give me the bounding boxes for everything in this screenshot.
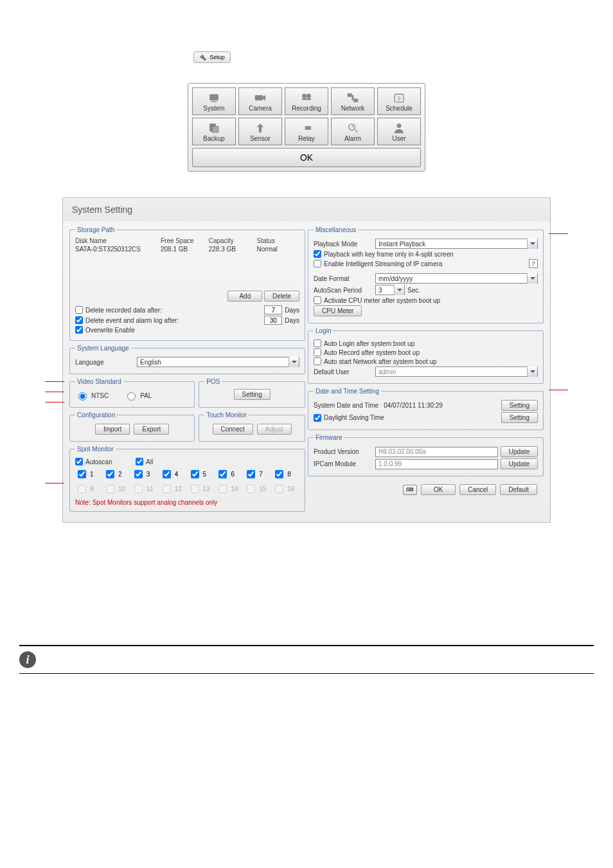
spot-2[interactable]: 2: [103, 468, 130, 480]
spot-all-checkbox[interactable]: All: [136, 458, 153, 466]
system-date-time-label: System Date and Time: [314, 402, 378, 409]
spot-12: 12: [160, 483, 187, 495]
language-label: Language: [75, 359, 134, 366]
date-format-label: Date Format: [314, 275, 373, 282]
date-time-group: Date and Time Setting System Date and Ti…: [308, 388, 544, 430]
user-icon: [391, 121, 407, 135]
default-button[interactable]: Default: [500, 484, 537, 495]
menu-user[interactable]: User: [377, 118, 421, 145]
recording-icon: [298, 91, 315, 105]
menu-sensor[interactable]: Sensor: [238, 118, 282, 145]
window-title: System Setting: [63, 198, 550, 221]
svg-rect-7: [353, 98, 358, 102]
import-button[interactable]: Import: [95, 424, 130, 435]
delete-event-days-input[interactable]: [264, 316, 282, 325]
svg-rect-6: [348, 93, 352, 97]
configuration-group: Configuration Import Export: [69, 411, 195, 442]
default-user-combo[interactable]: admin: [375, 366, 538, 377]
spot-14: 14: [216, 483, 243, 495]
ok-button[interactable]: OK: [421, 484, 456, 495]
group-legend: Touch Monitor: [204, 411, 249, 419]
delete-recorded-days-input[interactable]: [264, 305, 282, 314]
svg-text:9: 9: [398, 96, 401, 102]
spot-1[interactable]: 1: [75, 468, 102, 480]
video-standard-group: Video Standard NTSC PAL: [69, 378, 195, 408]
dst-setting-button[interactable]: Setting: [501, 412, 538, 423]
autoscan-checkbox[interactable]: Autoscan: [75, 458, 133, 466]
system-setting-window: System Setting Storage Path Disk Name Fr…: [62, 197, 551, 523]
pal-radio[interactable]: PAL: [124, 390, 152, 401]
system-date-time-value: 04/07/2011 11:30:29: [381, 402, 499, 409]
auto-network-checkbox[interactable]: Auto start Network after system boot up: [314, 357, 437, 365]
menu-label: Schedule: [386, 105, 413, 112]
menu-relay[interactable]: Relay: [285, 118, 328, 145]
touch-monitor-group: Touch Monitor Connect Adjust: [199, 411, 305, 442]
menu-label: User: [392, 135, 405, 142]
delete-recorded-checkbox[interactable]: Delete recorded data after:: [75, 306, 162, 314]
add-button[interactable]: Add: [227, 291, 262, 302]
dst-checkbox[interactable]: Daylight Saving Time: [314, 414, 384, 422]
menu-backup[interactable]: Backup: [192, 118, 236, 145]
product-update-button[interactable]: Update: [501, 446, 538, 457]
menu-alarm[interactable]: Alarm: [331, 118, 375, 145]
menu-camera[interactable]: Camera: [238, 87, 282, 115]
language-combo[interactable]: English: [137, 357, 299, 367]
cancel-button[interactable]: Cancel: [459, 484, 496, 495]
intelligent-checkbox[interactable]: Enable Intelligent Streaming of IP camer…: [314, 260, 442, 267]
autoscan-period-combo[interactable]: 3: [375, 285, 405, 295]
delete-button[interactable]: Delete: [264, 291, 299, 302]
cpu-activate-checkbox[interactable]: Activate CPU meter after system boot up: [314, 296, 440, 304]
export-button[interactable]: Export: [134, 424, 169, 435]
callout-line: [45, 392, 64, 392]
menu-network[interactable]: Network: [331, 87, 375, 115]
chevron-down-icon: [527, 366, 537, 377]
spot-monitor-group: Spot Monitor Autoscan All 1 2 3 4 5 6 7 …: [69, 446, 305, 512]
keyframe-checkbox[interactable]: Playback with key frame only in 4-split …: [314, 250, 454, 258]
group-legend: POS: [204, 378, 222, 385]
spot-7[interactable]: 7: [244, 468, 271, 480]
spot-16: 16: [272, 483, 299, 495]
spot-9: 9: [75, 483, 102, 495]
menu-schedule[interactable]: 9 Schedule: [377, 87, 421, 115]
setup-button[interactable]: Setup: [193, 51, 231, 63]
svg-point-3: [302, 94, 306, 98]
spot-5[interactable]: 5: [188, 468, 215, 480]
product-version-label: Product Version: [314, 448, 373, 455]
menu-ok-button[interactable]: OK: [192, 148, 421, 167]
callout-line: [45, 402, 64, 402]
menu-system[interactable]: System: [192, 87, 236, 115]
pos-setting-button[interactable]: Setting: [234, 389, 271, 400]
keyboard-icon[interactable]: ⌨: [403, 485, 417, 495]
group-legend: Spot Monitor: [75, 446, 116, 453]
default-user-label: Default User: [314, 368, 373, 375]
chevron-down-icon: [394, 285, 404, 295]
group-legend: Date and Time Setting: [314, 388, 381, 395]
disk-table-header: Disk Name Free Space Capacity Status: [75, 237, 299, 244]
playback-mode-combo[interactable]: Instant Playback: [375, 239, 538, 249]
help-button[interactable]: ?: [529, 259, 538, 268]
spot-4[interactable]: 4: [160, 468, 187, 480]
auto-record-checkbox[interactable]: Auto Record after system boot up: [314, 348, 420, 356]
spot-8[interactable]: 8: [272, 468, 299, 480]
chevron-down-icon: [289, 357, 299, 367]
menu-label: Alarm: [344, 135, 361, 142]
date-format-combo[interactable]: mm/dd/yyyy: [375, 273, 538, 284]
svg-point-13: [397, 123, 402, 128]
spot-3[interactable]: 3: [132, 468, 159, 480]
connect-button[interactable]: Connect: [213, 424, 253, 435]
auto-login-checkbox[interactable]: Auto Login after system boot up: [314, 339, 414, 347]
ntsc-radio[interactable]: NTSC: [75, 390, 109, 401]
delete-event-checkbox[interactable]: Delete event and alarm log after:: [75, 316, 179, 324]
ipcam-update-button[interactable]: Update: [501, 458, 538, 469]
disk-row[interactable]: SATA-0:ST3250312CS 208.1 GB 228.3 GB Nor…: [75, 246, 299, 253]
menu-label: System: [203, 105, 224, 112]
cpu-meter-button[interactable]: CPU Meter: [314, 305, 362, 316]
menu-recording[interactable]: Recording: [285, 87, 328, 115]
group-legend: Miscellaneous: [314, 226, 358, 233]
datetime-setting-button[interactable]: Setting: [501, 400, 538, 411]
callout-line: [549, 233, 568, 234]
spot-6[interactable]: 6: [216, 468, 243, 480]
overwrite-checkbox[interactable]: Overwrite Enable: [75, 326, 135, 334]
firmware-group: Firmware Product Version Update IPCam Mo…: [308, 434, 544, 476]
ipcam-module-field: [375, 459, 498, 469]
